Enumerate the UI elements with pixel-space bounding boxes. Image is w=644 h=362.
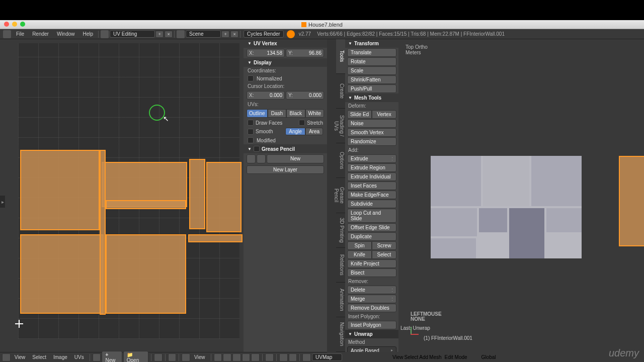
slide-vertex-button[interactable]: Vertex <box>372 110 396 119</box>
unwrap-method-dropdown[interactable]: Angle Based <box>347 346 396 352</box>
scene-dropdown[interactable]: Scene <box>186 30 221 38</box>
stretch-area[interactable]: Area <box>305 128 323 135</box>
cursor-y[interactable]: Y:0.000 <box>286 91 324 100</box>
menu-render[interactable]: Render <box>28 30 53 38</box>
uv-face[interactable] <box>189 159 205 229</box>
gp-new-button[interactable]: New <box>267 154 324 163</box>
render-engine-dropdown[interactable]: Cycles Render <box>244 30 284 38</box>
make-edge-face-button[interactable]: Make Edge/Face <box>347 191 396 199</box>
snap-target-icon[interactable] <box>289 353 297 361</box>
duplicate-button[interactable]: Duplicate <box>347 232 396 241</box>
uv-menu-image[interactable]: Image <box>50 354 70 360</box>
scale-button[interactable]: Scale <box>347 66 396 75</box>
uvmap-dropdown[interactable]: UVMap <box>312 353 342 361</box>
scene-icon[interactable] <box>177 30 185 38</box>
mode-dropdown[interactable]: Edit Mode <box>445 354 467 360</box>
image-new-button[interactable]: + New <box>102 351 122 363</box>
uv-face[interactable] <box>106 200 186 209</box>
editor-type-icon[interactable] <box>3 30 11 38</box>
prop-edit-icon[interactable] <box>265 353 274 361</box>
menu-file[interactable]: File <box>12 30 28 38</box>
remove-doubles-button[interactable]: Remove Doubles <box>347 304 396 312</box>
grease-pencil-header[interactable]: ▼Grease Pencil <box>244 144 327 153</box>
knife-project-button[interactable]: Knife Project <box>347 259 396 268</box>
uv-face[interactable] <box>20 150 100 230</box>
uv-face[interactable] <box>100 150 106 315</box>
offset-edge-button[interactable]: Offset Edge Slide <box>347 223 396 232</box>
merge-button[interactable]: Merge <box>347 295 396 303</box>
uv-face[interactable] <box>206 162 242 232</box>
grease-pencil-enable[interactable] <box>254 146 260 152</box>
inset-polygon-button[interactable]: Inset Polygon <box>347 321 396 329</box>
extrude-individual-button[interactable]: Extrude Individual <box>347 172 396 181</box>
pin-icon[interactable] <box>154 353 163 361</box>
sel-edge-icon[interactable] <box>232 353 241 361</box>
uv-menu-uvs[interactable]: UVs <box>71 354 87 360</box>
uv-tool-shelf-handle[interactable]: ▸ <box>0 196 5 208</box>
image-open-button[interactable]: 📁 Open <box>123 351 148 363</box>
gp-brush-icon[interactable] <box>247 154 256 163</box>
tab-shading-uvs[interactable]: Shading / UVs <box>336 109 345 143</box>
draw-faces-checkbox[interactable] <box>248 120 254 126</box>
modified-checkbox[interactable] <box>248 137 254 143</box>
extrude-region-button[interactable]: Extrude Region <box>347 163 396 172</box>
smooth-checkbox[interactable] <box>248 129 254 135</box>
tab-3d-printing[interactable]: 3D Printing <box>336 213 345 248</box>
tab-tools[interactable]: Tools <box>336 39 345 74</box>
noise-button[interactable]: Noise <box>347 119 396 128</box>
uv-draw-dash[interactable]: Dash <box>268 109 286 118</box>
maximize-window-button[interactable] <box>20 22 25 27</box>
smooth-vertex-button[interactable]: Smooth Vertex <box>347 128 396 137</box>
stretch-angle[interactable]: Angle <box>285 128 305 135</box>
v3d-menu-add[interactable]: Add <box>419 354 428 360</box>
close-window-button[interactable] <box>4 22 9 27</box>
layout-remove-button[interactable]: × <box>165 31 173 38</box>
spin-button[interactable]: Spin <box>347 241 372 250</box>
shrink-fatten-button[interactable]: Shrink/Fatten <box>347 75 396 84</box>
back-to-previous-icon[interactable] <box>101 30 109 38</box>
cursor-x[interactable]: X:0.000 <box>247 91 285 100</box>
menu-window[interactable]: Window <box>53 30 79 38</box>
menu-help[interactable]: Help <box>79 30 98 38</box>
inset-faces-button[interactable]: Inset Faces <box>347 182 396 190</box>
uv-menu-view[interactable]: View <box>12 354 29 360</box>
screw-button[interactable]: Screw <box>372 241 396 250</box>
display-header[interactable]: ▼Display <box>244 58 327 67</box>
viewport-3d[interactable]: Top Ortho Meters LEFTMOUSE NONE L <box>398 39 644 352</box>
snap-icon[interactable] <box>279 353 288 361</box>
stretch-checkbox[interactable] <box>299 120 305 126</box>
uv-draw-black[interactable]: Black <box>286 109 305 118</box>
tab-relations[interactable]: Relations <box>336 248 345 283</box>
uv-editor-mode-icon[interactable] <box>182 353 190 361</box>
layout-add-button[interactable]: + <box>155 31 164 38</box>
slide-edge-button[interactable]: Slide Ed <box>347 110 372 119</box>
layout-dropdown[interactable]: UV Editing <box>110 30 155 38</box>
uv-vertex-y[interactable]: Y:96.86 <box>286 49 324 57</box>
sel-face-icon[interactable] <box>242 353 251 361</box>
uv-menu-select[interactable]: Select <box>29 354 49 360</box>
scene-remove-button[interactable]: × <box>230 31 238 38</box>
randomize-button[interactable]: Randomize <box>347 137 396 146</box>
minimize-window-button[interactable] <box>12 22 17 27</box>
gp-new-layer-button[interactable]: New Layer <box>247 165 324 174</box>
uv-vertex-x[interactable]: X:134.58 <box>247 49 285 57</box>
uv-editor-type-icon[interactable] <box>2 353 11 361</box>
gp-add-icon[interactable] <box>257 154 266 163</box>
uv-draw-outline[interactable]: Outline <box>247 109 268 118</box>
orientation-dropdown[interactable]: Global <box>481 354 506 360</box>
sel-vert-icon[interactable] <box>223 353 231 361</box>
knife-button[interactable]: Knife <box>347 250 372 259</box>
tab-options[interactable]: Options <box>336 143 345 178</box>
uvmap-browse-icon[interactable] <box>302 353 311 361</box>
subdivide-button[interactable]: Subdivide <box>347 200 396 208</box>
transform-header[interactable]: ▼Transform <box>345 39 398 48</box>
pivot-icon[interactable] <box>168 353 177 361</box>
uv-face[interactable] <box>20 234 104 314</box>
unwrap-header[interactable]: ▼Unwrap <box>345 330 398 338</box>
scene-add-button[interactable]: + <box>221 31 229 38</box>
push-pull-button[interactable]: Push/Pull <box>347 84 396 93</box>
uv-face[interactable] <box>188 234 243 242</box>
normalized-checkbox[interactable] <box>248 75 254 81</box>
rotate-button[interactable]: Rotate <box>347 57 396 66</box>
extrude-button[interactable]: Extrude <box>347 154 396 163</box>
